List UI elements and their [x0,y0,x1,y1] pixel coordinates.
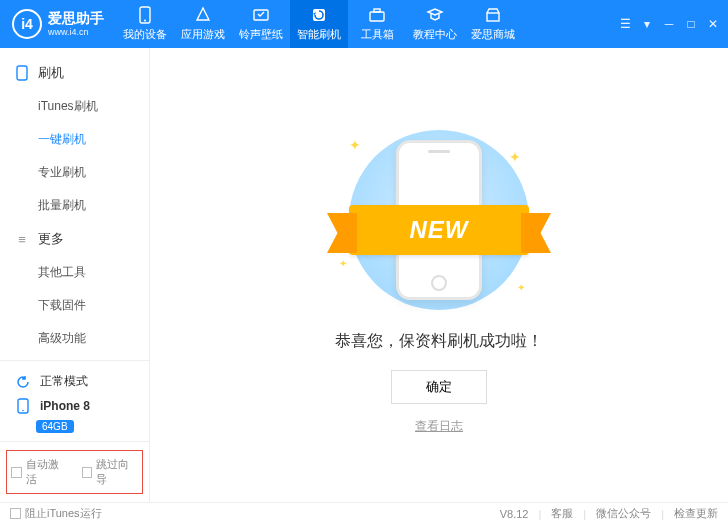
wechat-link[interactable]: 微信公众号 [596,506,651,521]
nav-my-device[interactable]: 我的设备 [116,0,174,48]
store-icon [484,6,502,24]
nav-tutorial[interactable]: 教程中心 [406,0,464,48]
app-header: i4 爱思助手 www.i4.cn 我的设备 应用游戏 铃声壁纸 智能刷机 工具… [0,0,728,48]
sidebar-group-flash[interactable]: 刷机 [0,56,149,90]
logo: i4 爱思助手 www.i4.cn [0,9,116,39]
phone-small-icon [14,398,32,414]
nav-toolbox[interactable]: 工具箱 [348,0,406,48]
apps-icon [194,6,212,24]
mode-row[interactable]: 正常模式 [10,369,139,394]
more-icon: ≡ [14,232,30,247]
sidebar-item-batch-flash[interactable]: 批量刷机 [0,189,149,222]
ok-button[interactable]: 确定 [391,370,487,404]
device-icon [14,65,30,81]
success-illustration: ✦ ✦ ✦ ✦ NEW [309,125,569,315]
sidebar-item-other-tools[interactable]: 其他工具 [0,256,149,289]
block-itunes-checkbox[interactable]: 阻止iTunes运行 [10,506,102,521]
device-row[interactable]: iPhone 8 [10,394,139,418]
logo-url: www.i4.cn [48,27,104,38]
toolbox-icon [368,6,386,24]
phone-icon [136,6,154,24]
storage-badge: 64GB [36,420,74,433]
skip-guide-checkbox[interactable]: 跳过向导 [82,457,139,487]
view-log-link[interactable]: 查看日志 [415,418,463,435]
success-message: 恭喜您，保资料刷机成功啦！ [335,331,543,352]
sidebar-status: 正常模式 iPhone 8 64GB [0,360,149,441]
maximize-icon[interactable]: □ [684,17,698,31]
tutorial-icon [426,6,444,24]
highlighted-options: 自动激活 跳过向导 [6,450,143,494]
nav-apps[interactable]: 应用游戏 [174,0,232,48]
ringtone-icon [252,6,270,24]
nav-store[interactable]: 爱思商城 [464,0,522,48]
flash-icon [310,6,328,24]
sidebar-item-pro-flash[interactable]: 专业刷机 [0,156,149,189]
sidebar-bottom: 自动激活 跳过向导 [0,441,149,502]
svg-rect-8 [17,66,27,80]
sidebar: 刷机 iTunes刷机 一键刷机 专业刷机 批量刷机 ≡ 更多 其他工具 下载固… [0,48,150,502]
close-icon[interactable]: ✕ [706,17,720,31]
svg-point-1 [144,20,146,22]
minimize-icon[interactable]: ─ [662,17,676,31]
svg-rect-4 [370,12,384,21]
main-content: ✦ ✦ ✦ ✦ NEW 恭喜您，保资料刷机成功啦！ 确定 查看日志 [150,48,728,502]
top-nav: 我的设备 应用游戏 铃声壁纸 智能刷机 工具箱 教程中心 爱思商城 [116,0,618,48]
svg-rect-5 [374,9,380,12]
ribbon-text: NEW [410,216,469,244]
logo-title: 爱思助手 [48,10,104,27]
refresh-icon [14,375,32,389]
support-link[interactable]: 客服 [551,506,573,521]
version-label: V8.12 [500,508,529,520]
sidebar-item-oneclick-flash[interactable]: 一键刷机 [0,123,149,156]
nav-ringtone[interactable]: 铃声壁纸 [232,0,290,48]
logo-icon: i4 [12,9,42,39]
sidebar-item-itunes-flash[interactable]: iTunes刷机 [0,90,149,123]
sidebar-group-more[interactable]: ≡ 更多 [0,222,149,256]
auto-activate-checkbox[interactable]: 自动激活 [11,457,68,487]
pin-icon[interactable]: ▾ [640,17,654,31]
svg-point-10 [22,410,24,412]
nav-flash[interactable]: 智能刷机 [290,0,348,48]
footer: 阻止iTunes运行 V8.12 | 客服 | 微信公众号 | 检查更新 [0,502,728,524]
check-update-link[interactable]: 检查更新 [674,506,718,521]
settings-icon[interactable]: ☰ [618,17,632,31]
sidebar-item-advanced[interactable]: 高级功能 [0,322,149,355]
sidebar-item-download-firmware[interactable]: 下载固件 [0,289,149,322]
titlebar-controls: ☰ ▾ ─ □ ✕ [618,17,728,31]
svg-rect-6 [487,13,499,21]
